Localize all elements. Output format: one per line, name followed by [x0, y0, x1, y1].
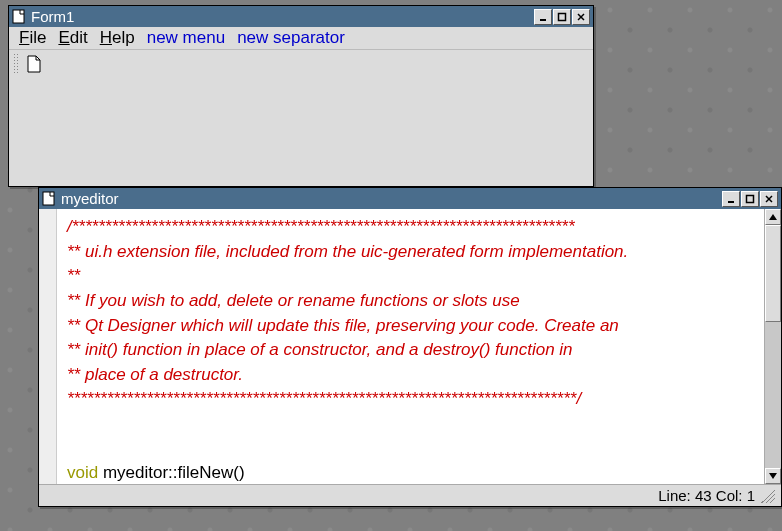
status-line-value: 43: [695, 487, 712, 504]
svg-rect-6: [43, 192, 54, 205]
form-canvas[interactable]: [9, 77, 593, 186]
new-file-button[interactable]: [23, 53, 45, 75]
code-line: ** Qt Designer which will update this fi…: [67, 316, 619, 335]
window-icon: [12, 9, 26, 24]
resize-grip[interactable]: [761, 489, 775, 503]
menu-new-separator[interactable]: new separator: [231, 27, 351, 49]
form1-toolbar: [9, 49, 593, 77]
form-designer-window: Form1 File Edit Help new menu new separa…: [8, 5, 594, 187]
line-gutter: [39, 209, 57, 484]
code-line: ** place of a destructor.: [67, 365, 243, 384]
vertical-scrollbar[interactable]: [764, 209, 781, 484]
maximize-button[interactable]: [741, 191, 759, 207]
scroll-thumb[interactable]: [765, 225, 781, 322]
editor-body: /***************************************…: [39, 209, 781, 484]
form1-titlebar[interactable]: Form1: [9, 6, 593, 27]
svg-rect-2: [559, 13, 566, 20]
maximize-button[interactable]: [553, 9, 571, 25]
close-button[interactable]: [572, 9, 590, 25]
toolbar-handle[interactable]: [13, 53, 19, 75]
code-editor-window: myeditor /******************************…: [38, 187, 782, 507]
code-line: ** init() function in place of a constru…: [67, 340, 573, 359]
code-line: **: [67, 266, 80, 285]
menu-edit[interactable]: Edit: [52, 27, 93, 49]
code-line: ** If you wish to add, delete or rename …: [67, 291, 520, 310]
code-line: ** ui.h extension file, included from th…: [67, 242, 628, 261]
editor-statusbar: Line: 43 Col: 1: [39, 484, 781, 506]
code-text-area[interactable]: /***************************************…: [57, 209, 764, 484]
svg-rect-0: [13, 10, 24, 23]
design-grid: [9, 77, 593, 186]
editor-titlebar[interactable]: myeditor: [39, 188, 781, 209]
close-button[interactable]: [760, 191, 778, 207]
code-line: void myeditor::fileNew(): [67, 463, 245, 482]
minimize-button[interactable]: [534, 9, 552, 25]
menu-help[interactable]: Help: [94, 27, 141, 49]
menu-new-menu[interactable]: new menu: [141, 27, 231, 49]
scroll-track[interactable]: [765, 225, 781, 468]
svg-marker-5: [28, 56, 40, 72]
menu-file[interactable]: File: [13, 27, 52, 49]
form1-title: Form1: [31, 8, 533, 25]
keyword: void: [67, 463, 98, 482]
scroll-up-button[interactable]: [765, 209, 781, 225]
svg-rect-8: [747, 195, 754, 202]
scroll-down-button[interactable]: [765, 468, 781, 484]
status-col-label: Col:: [716, 487, 743, 504]
minimize-button[interactable]: [722, 191, 740, 207]
form1-menubar: File Edit Help new menu new separator: [9, 27, 593, 49]
svg-marker-11: [769, 214, 777, 220]
status-col-value: 1: [747, 487, 755, 504]
code-line: /***************************************…: [67, 217, 575, 236]
svg-marker-12: [769, 473, 777, 479]
editor-title: myeditor: [61, 190, 721, 207]
code-line: ****************************************…: [67, 389, 581, 408]
status-line-label: Line:: [658, 487, 691, 504]
window-icon: [42, 191, 56, 206]
